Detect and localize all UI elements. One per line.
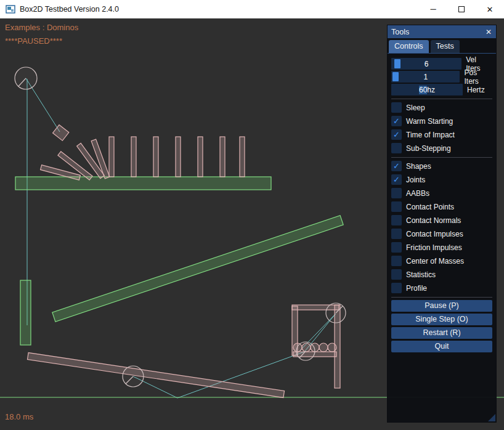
checkbox-contact-impulses[interactable]: ✓ Contact Impulses bbox=[391, 228, 492, 240]
checkbox-shapes[interactable]: ✓ Shapes bbox=[391, 160, 492, 172]
maximize-icon bbox=[458, 6, 465, 12]
vel-iters-slider[interactable]: 6 bbox=[391, 58, 461, 70]
window-controls: ─ ✕ bbox=[419, 0, 504, 18]
checkbox-box: ✓ bbox=[391, 242, 402, 253]
checkbox-box: ✓ bbox=[391, 256, 402, 266]
separator bbox=[391, 297, 492, 298]
pos-iters-slider[interactable]: 1 bbox=[391, 71, 460, 83]
tab-controls[interactable]: Controls bbox=[389, 40, 429, 53]
resize-grip[interactable] bbox=[488, 414, 495, 421]
checkbox-statistics[interactable]: ✓ Statistics bbox=[391, 269, 492, 280]
pos-iters-value: 1 bbox=[391, 71, 460, 83]
pause-button[interactable]: Pause (P) bbox=[391, 300, 492, 312]
tab-tests[interactable]: Tests bbox=[431, 40, 460, 53]
tools-titlebar[interactable]: Tools ✕ bbox=[388, 25, 496, 38]
pos-iters-row: 1 Pos Iters bbox=[391, 71, 492, 83]
checkbox-sub-stepping[interactable]: ✓ Sub-Stepping bbox=[391, 142, 492, 154]
separator bbox=[391, 157, 492, 158]
minimize-button[interactable]: ─ bbox=[419, 0, 447, 18]
tools-tabbar: Controls Tests bbox=[388, 38, 496, 54]
vertical-post bbox=[20, 280, 31, 345]
checkbox-profile[interactable]: ✓ Profile bbox=[391, 282, 492, 294]
hertz-input[interactable]: 60 hz bbox=[391, 84, 463, 95]
window-titlebar: Box2D Testbed Version 2.4.0 ─ ✕ bbox=[0, 0, 504, 18]
domino bbox=[109, 137, 114, 177]
domino bbox=[131, 137, 136, 177]
hertz-row: 60 hz Hertz bbox=[391, 84, 492, 95]
checkbox-contact-points[interactable]: ✓ Contact Points bbox=[391, 201, 492, 213]
paused-label: ****PAUSED**** bbox=[5, 36, 62, 46]
checkbox-aabbs[interactable]: ✓ AABBs bbox=[391, 187, 492, 199]
vel-iters-value: 6 bbox=[391, 58, 461, 70]
dynamic-bodies[interactable] bbox=[27, 125, 340, 398]
small-ball bbox=[328, 343, 336, 352]
checkbox-box: ✓ bbox=[391, 116, 402, 126]
restart-button[interactable]: Restart (R) bbox=[391, 327, 492, 339]
hertz-value: 60 hz bbox=[391, 84, 463, 95]
pos-iters-label: Pos Iters bbox=[464, 68, 492, 86]
checkbox-contact-normals[interactable]: ✓ Contact Normals bbox=[391, 214, 492, 226]
checkbox-sleep[interactable]: ✓ Sleep bbox=[391, 102, 492, 113]
checkbox-time-of-impact[interactable]: ✓ Time of Impact bbox=[391, 129, 492, 140]
check-icon: ✓ bbox=[393, 117, 400, 125]
checkbox-box: ✓ bbox=[391, 215, 402, 225]
single-step-button[interactable]: Single Step (O) bbox=[391, 314, 492, 325]
domino bbox=[240, 137, 245, 177]
simulation-canvas[interactable]: Examples : Dominos ****PAUSED**** 18.0 m… bbox=[0, 18, 504, 430]
domino bbox=[153, 137, 158, 177]
close-icon: ✕ bbox=[487, 5, 494, 14]
checkbox-box: ✓ bbox=[391, 269, 402, 280]
checkbox-center-of-masses[interactable]: ✓ Center of Masses bbox=[391, 255, 492, 267]
checkbox-box: ✓ bbox=[391, 129, 402, 140]
tools-title: Tools bbox=[391, 28, 409, 36]
checkbox-box: ✓ bbox=[391, 201, 402, 212]
tools-panel: Tools ✕ Controls Tests 6 Vel Iters bbox=[387, 25, 497, 423]
check-icon: ✓ bbox=[393, 162, 400, 170]
domino-shelf bbox=[15, 177, 271, 190]
checkbox-warm-starting[interactable]: ✓ Warm Starting bbox=[391, 115, 492, 127]
app-icon-graphic bbox=[6, 4, 15, 14]
tools-close-button[interactable]: ✕ bbox=[485, 28, 492, 36]
window-title: Box2D Testbed Version 2.4.0 bbox=[20, 5, 119, 14]
check-icon: ✓ bbox=[393, 176, 400, 184]
checkbox-box: ✓ bbox=[391, 283, 402, 293]
bottom-plank bbox=[27, 353, 284, 398]
close-button[interactable]: ✕ bbox=[476, 0, 504, 18]
app-icon bbox=[6, 4, 15, 14]
separator bbox=[391, 99, 492, 99]
checkbox-joints[interactable]: ✓ Joints bbox=[391, 174, 492, 185]
checkbox-box: ✓ bbox=[391, 102, 402, 113]
pendulum-box bbox=[53, 125, 69, 141]
domino bbox=[220, 137, 225, 177]
checkbox-box: ✓ bbox=[391, 161, 402, 171]
checkbox-box: ✓ bbox=[391, 188, 402, 198]
hertz-label: Hertz bbox=[467, 86, 485, 94]
maximize-button[interactable] bbox=[447, 0, 476, 18]
checkbox-box: ✓ bbox=[391, 174, 402, 185]
tools-content: 6 Vel Iters 1 Pos Iters 60 hz Hertz bbox=[388, 54, 496, 352]
domino bbox=[198, 137, 203, 177]
small-ball bbox=[319, 343, 328, 352]
frame-time-label: 18.0 ms bbox=[5, 412, 33, 421]
app-window: Box2D Testbed Version 2.4.0 ─ ✕ bbox=[0, 0, 504, 430]
minimize-icon: ─ bbox=[430, 0, 436, 18]
domino bbox=[176, 137, 181, 177]
check-icon: ✓ bbox=[393, 131, 400, 139]
example-label: Examples : Dominos bbox=[5, 23, 78, 32]
quit-button[interactable]: Quit bbox=[391, 341, 492, 352]
checkbox-box: ✓ bbox=[391, 229, 402, 239]
checkbox-friction-impulses[interactable]: ✓ Friction Impulses bbox=[391, 241, 492, 253]
checkbox-box: ✓ bbox=[391, 143, 402, 153]
